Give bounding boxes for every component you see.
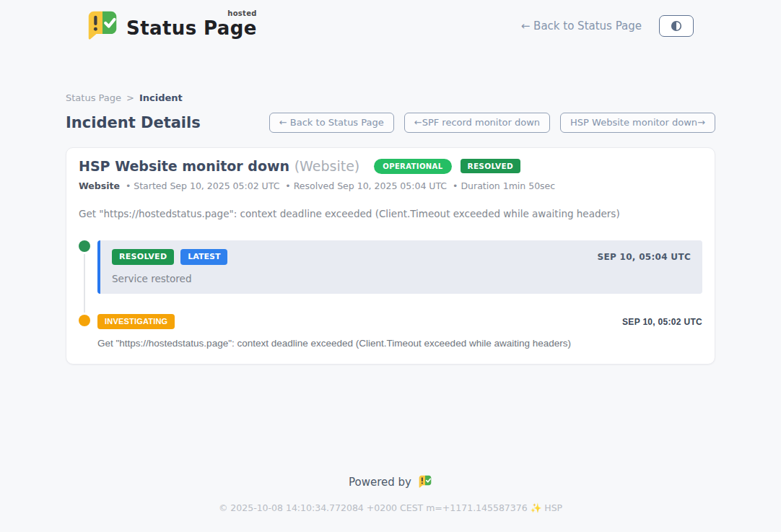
breadcrumb-separator: >: [126, 92, 134, 103]
page-title: Incident Details: [66, 114, 201, 131]
timeline-investigating-badge: INVESTIGATING: [97, 314, 175, 329]
meta-duration: • Duration 1min 50sec: [453, 180, 555, 191]
incident-meta: Website • Started Sep 10, 2025 05:02 UTC…: [79, 180, 702, 191]
header: hosted Status Page ← Back to Status Page: [0, 0, 781, 42]
timeline-message: Service restored: [112, 273, 691, 284]
main-content: Status Page > Incident Incident Details …: [66, 42, 715, 365]
incident-card-header: HSP Website monitor down (Website) OPERA…: [79, 158, 702, 174]
timeline-update-plain: INVESTIGATING SEP 10, 05:02 UTC Get "htt…: [97, 314, 702, 349]
statuspage-mini-logo-icon: [418, 475, 432, 489]
timeline-entry-head: RESOLVED LATEST SEP 10, 05:04 UTC: [112, 249, 691, 265]
half-circle-dark-mode-icon: [671, 20, 682, 32]
timeline-latest-update-box: RESOLVED LATEST SEP 10, 05:04 UTC Servic…: [97, 240, 702, 294]
theme-toggle-button[interactable]: [659, 15, 694, 37]
brand-name: Status Page: [126, 17, 257, 39]
copyright-text: © 2025-10-08 14:10:34.772084 +0200 CEST …: [0, 502, 781, 513]
brand-logo[interactable]: hosted Status Page: [86, 10, 257, 42]
powered-by-label: Powered by: [349, 476, 411, 489]
timeline-entry-resolved: RESOLVED LATEST SEP 10, 05:04 UTC Servic…: [79, 240, 702, 294]
timeline-entry-investigating: INVESTIGATING SEP 10, 05:02 UTC Get "htt…: [79, 314, 702, 349]
timeline-latest-badge: LATEST: [180, 249, 227, 265]
previous-incident-button[interactable]: ←SPF record monitor down: [404, 113, 550, 133]
timeline-timestamp: SEP 10, 05:02 UTC: [622, 317, 702, 327]
incident-component: (Website): [294, 158, 360, 174]
brand-hosted-label: hosted: [227, 9, 256, 17]
incident-nav-buttons: ← Back to Status Page ←SPF record monito…: [269, 113, 715, 133]
incident-heading: HSP Website monitor down (Website): [79, 158, 359, 174]
resolved-state-badge: RESOLVED: [461, 159, 520, 173]
timeline-dot-investigating-icon: [79, 315, 90, 326]
timeline-dot-resolved-icon: [79, 240, 90, 252]
operational-status-badge: OPERATIONAL: [374, 159, 451, 174]
footer: Powered by © 2025-10-08 14:10:34.772084 …: [0, 475, 781, 532]
statuspage-logo-icon: [86, 10, 119, 42]
meta-component: Website: [79, 180, 120, 191]
meta-started: • Started Sep 10, 2025 05:02 UTC: [126, 180, 279, 191]
breadcrumb: Status Page > Incident: [66, 92, 715, 103]
breadcrumb-status-page[interactable]: Status Page: [66, 92, 121, 103]
timeline-resolved-badge: RESOLVED: [112, 249, 174, 265]
timeline-timestamp: SEP 10, 05:04 UTC: [598, 252, 691, 262]
back-to-status-page-button[interactable]: ← Back to Status Page: [269, 113, 394, 133]
incident-description: Get "https://hostedstatus.page": context…: [79, 208, 702, 219]
incident-title: HSP Website monitor down: [79, 158, 289, 174]
meta-resolved: • Resolved Sep 10, 2025 05:04 UTC: [285, 180, 447, 191]
incident-card: HSP Website monitor down (Website) OPERA…: [66, 147, 715, 365]
back-to-status-page-link[interactable]: ← Back to Status Page: [521, 19, 642, 32]
next-incident-button[interactable]: HSP Website monitor down→: [560, 113, 715, 133]
incident-timeline: RESOLVED LATEST SEP 10, 05:04 UTC Servic…: [79, 240, 702, 349]
timeline-message: Get "https://hostedstatus.page": context…: [97, 338, 702, 349]
breadcrumb-incident: Incident: [139, 92, 183, 103]
timeline-entry-head: INVESTIGATING SEP 10, 05:02 UTC: [97, 314, 702, 329]
title-row: Incident Details ← Back to Status Page ←…: [66, 113, 715, 133]
powered-by[interactable]: Powered by: [0, 475, 781, 489]
